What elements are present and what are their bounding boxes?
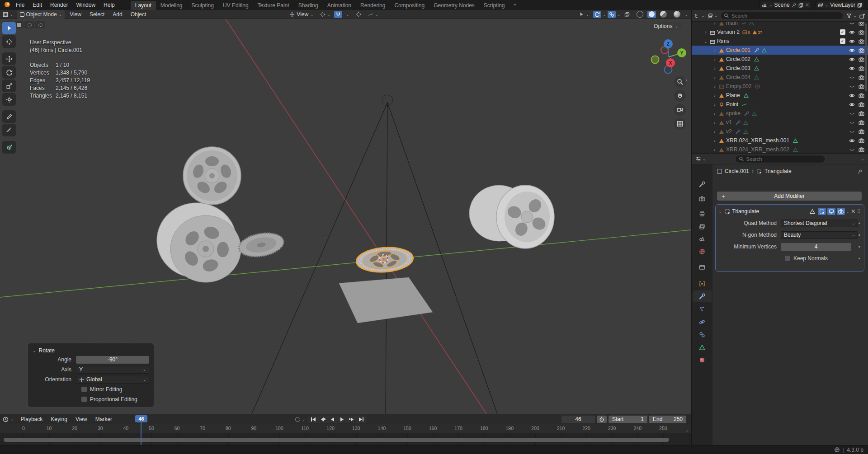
tool-move[interactable] xyxy=(2,52,16,65)
auto-keying-toggle[interactable]: ⌄ xyxy=(292,415,308,424)
workspace-tab[interactable]: UV Editing xyxy=(218,1,253,10)
pan-button[interactable] xyxy=(674,90,686,102)
collection-checkbox[interactable]: ✓ xyxy=(840,38,845,44)
hide-eye-closed-icon[interactable] xyxy=(849,84,855,89)
camera-visibility-icon[interactable] xyxy=(859,84,864,89)
timeline-editor-type-button[interactable]: ⌄ xyxy=(0,415,17,424)
use-preview-range-button[interactable] xyxy=(597,416,607,423)
camera-visibility-icon[interactable] xyxy=(859,38,864,44)
prev-keyframe-button[interactable] xyxy=(319,416,328,423)
hide-eye-closed-icon[interactable] xyxy=(849,147,855,153)
tab-scene[interactable] xyxy=(693,233,712,244)
play-reverse-button[interactable] xyxy=(328,416,337,423)
timeline-scrollbar[interactable] xyxy=(4,438,669,442)
angle-field[interactable]: -90° xyxy=(76,356,149,364)
jump-to-start-button[interactable] xyxy=(309,416,318,423)
properties-options-dropdown[interactable]: ⌄ xyxy=(861,157,864,161)
new-scene-icon[interactable] xyxy=(798,3,803,8)
quad-method-dropdown[interactable]: Shortest Diagonal⌄ xyxy=(781,220,858,227)
hide-eye-icon[interactable] xyxy=(849,29,855,35)
shading-material-button[interactable] xyxy=(657,10,670,19)
add-workspace-button[interactable]: + xyxy=(509,0,521,10)
timeline-menu-item[interactable]: Playback xyxy=(17,414,47,424)
overlays-toggle[interactable] xyxy=(608,11,616,18)
outliner-search-input[interactable] xyxy=(731,13,840,19)
options-button[interactable]: Options⌄ xyxy=(650,22,682,30)
modifier-close-button[interactable]: ✕ xyxy=(851,208,855,215)
timeline-collapse-icon[interactable]: ‹ xyxy=(686,429,688,434)
hide-eye-closed-icon[interactable] xyxy=(849,75,855,80)
gizmos-dropdown[interactable]: ⌄ xyxy=(603,12,606,17)
shading-rendered-button[interactable] xyxy=(671,10,683,19)
ngon-method-dropdown[interactable]: Beauty⌄ xyxy=(781,231,858,239)
workspace-tab[interactable]: Texture Paint xyxy=(253,1,294,10)
outliner-row-active[interactable]: › Circle.001 xyxy=(692,46,868,55)
tab-output[interactable] xyxy=(693,208,712,220)
outliner-row[interactable]: › Plane xyxy=(692,91,868,100)
spoke-disc-object[interactable] xyxy=(237,230,285,260)
camera-visibility-icon[interactable] xyxy=(859,129,864,135)
camera-view-button[interactable] xyxy=(674,104,686,116)
mirror-editing-checkbox[interactable] xyxy=(81,387,87,392)
plane-object[interactable] xyxy=(339,277,433,323)
orientation-dropdown[interactable]: Global⌄ xyxy=(76,376,149,384)
pin-id-button[interactable] xyxy=(857,168,863,174)
modifier-render-toggle[interactable] xyxy=(837,208,845,215)
tool-annotate[interactable] xyxy=(2,110,16,123)
animate-dot[interactable]: • xyxy=(858,232,861,239)
hide-eye-icon[interactable] xyxy=(849,56,855,62)
menu-item[interactable]: Window xyxy=(72,0,99,10)
modifier-extras-dropdown[interactable]: ⌄ xyxy=(846,209,850,214)
camera-visibility-icon[interactable] xyxy=(859,93,864,98)
tool-measure[interactable] xyxy=(2,124,16,136)
view-layer-selector[interactable]: ⌄ ViewLayer xyxy=(816,1,864,9)
camera-visibility-icon[interactable] xyxy=(859,56,864,62)
operator-panel-header[interactable]: ⌄ Rotate xyxy=(33,346,149,355)
wheel-object-3[interactable] xyxy=(469,185,554,248)
tab-object[interactable] xyxy=(693,278,712,290)
jump-to-end-button[interactable] xyxy=(357,416,366,423)
outliner-row[interactable]: › Circle.003 xyxy=(692,64,868,73)
workspace-tab[interactable]: Scripting xyxy=(479,1,509,10)
blender-logo-icon[interactable] xyxy=(4,1,11,9)
navigation-gizmo[interactable]: Z Y X xyxy=(647,36,689,78)
selected-wheel-circle-001[interactable] xyxy=(355,246,414,274)
sidebar-collapse-icon[interactable]: ‹ xyxy=(686,78,687,83)
modifier-cage-toggle[interactable] xyxy=(818,208,826,215)
timeline-menu-item[interactable]: View xyxy=(71,414,91,424)
outliner-row[interactable]: › Circle.002 xyxy=(692,55,868,64)
perspective-toggle-button[interactable] xyxy=(674,118,686,130)
filter-button[interactable]: ⌄ xyxy=(846,13,857,19)
hide-eye-icon[interactable] xyxy=(849,47,855,53)
camera-visibility-icon[interactable] xyxy=(859,120,864,126)
viewport-menu-item[interactable]: Select xyxy=(85,10,108,19)
tool-select-box[interactable] xyxy=(2,22,16,34)
select-circle-button[interactable] xyxy=(24,21,34,28)
camera-visibility-icon[interactable] xyxy=(859,111,864,117)
snap-toggle[interactable] xyxy=(334,11,342,18)
tool-scale[interactable] xyxy=(2,80,16,92)
modifier-realtime-toggle[interactable] xyxy=(827,208,835,215)
frame-start-field[interactable]: Start1 xyxy=(609,416,647,423)
camera-visibility-icon[interactable] xyxy=(859,47,864,53)
axis-dropdown[interactable]: Y⌄ xyxy=(76,366,149,374)
hide-eye-icon[interactable] xyxy=(849,38,855,44)
workspace-tab[interactable]: Geometry Nodes xyxy=(429,1,479,10)
hide-eye-closed-icon[interactable] xyxy=(849,120,855,126)
tool-rotate[interactable] xyxy=(2,66,16,79)
workspace-tab[interactable]: Compositing xyxy=(390,1,429,10)
pivot-point-dropdown[interactable]: ⌄ xyxy=(317,10,334,19)
keep-normals-checkbox[interactable] xyxy=(785,256,790,261)
editor-type-button[interactable]: ⌄ xyxy=(0,10,16,19)
falloff-dropdown[interactable]: ⌄ xyxy=(365,10,382,19)
frame-end-field[interactable]: End250 xyxy=(649,416,686,423)
drag-handle-icon[interactable]: ⠿ xyxy=(857,208,861,215)
tool-transform[interactable] xyxy=(2,93,16,106)
shading-wireframe-button[interactable] xyxy=(634,10,646,19)
wheel-object-1[interactable] xyxy=(183,147,241,205)
outliner-row[interactable]: › Empty.002 xyxy=(692,82,868,91)
modifier-editmode-toggle[interactable] xyxy=(808,208,816,215)
playhead-label[interactable]: 46 xyxy=(135,415,147,422)
animate-dot[interactable]: • xyxy=(858,255,861,262)
min-vertices-field[interactable]: 4 xyxy=(781,243,851,251)
